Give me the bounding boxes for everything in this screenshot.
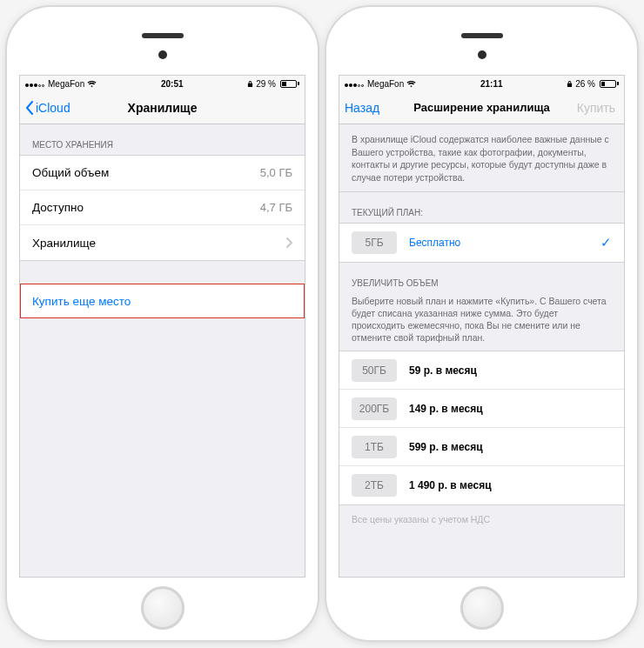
plan-row-200gb[interactable]: 200ГБ 149 р. в месяц (339, 390, 624, 428)
carrier-label: MegaFon (48, 79, 84, 89)
carrier-label: MegaFon (367, 79, 404, 89)
current-plan-group: 5ГБ Бесплатно ✓ (339, 223, 624, 263)
upgrade-plans-group: 50ГБ 59 р. в месяц 200ГБ 149 р. в месяц … (339, 351, 624, 505)
back-label: Назад (345, 101, 379, 115)
back-label: iCloud (36, 101, 70, 115)
plan-price: 149 р. в месяц (409, 403, 483, 415)
current-plan-row[interactable]: 5ГБ Бесплатно ✓ (339, 224, 624, 262)
back-button[interactable]: iCloud (25, 91, 70, 124)
plan-size: 50ГБ (352, 359, 397, 382)
storage-description: В хранилище iCloud содержатся наиболее в… (339, 124, 624, 192)
plan-row-50gb[interactable]: 50ГБ 59 р. в месяц (339, 351, 624, 390)
phone-left: MegaFon 20:51 29 % iCloud Хранилище МЕСТ… (7, 7, 318, 640)
status-bar: MegaFon 21:11 26 % (339, 76, 624, 91)
home-button[interactable] (141, 586, 184, 630)
plan-size: 2ТБ (352, 474, 397, 497)
total-storage-label: Общий объем (32, 166, 109, 179)
available-storage-value: 4,7 ГБ (260, 201, 292, 214)
plan-size: 200ГБ (352, 397, 397, 420)
speaker (142, 33, 184, 38)
signal-dots-icon (25, 79, 45, 89)
checkmark-icon: ✓ (600, 235, 612, 251)
buy-more-link: Купить еще место (32, 295, 131, 308)
battery-icon (598, 80, 619, 88)
upgrade-subtext: Выберите новый план и нажмите «Купить». … (339, 290, 624, 351)
battery-percent: 26 % (575, 79, 595, 89)
total-storage-value: 5,0 ГБ (260, 166, 292, 179)
storage-section-header: МЕСТО ХРАНЕНИЯ (20, 124, 305, 155)
screen-upgrade: MegaFon 21:11 26 % Назад Расширение хран… (339, 75, 625, 578)
buy-label: Купить (577, 101, 615, 115)
current-plan-header: ТЕКУЩИЙ ПЛАН: (339, 192, 624, 223)
lock-icon (567, 80, 573, 88)
screen-storage: MegaFon 20:51 29 % iCloud Хранилище МЕСТ… (19, 75, 305, 578)
nav-bar: Назад Расширение хранилища Купить (339, 91, 624, 124)
available-storage-label: Доступно (32, 201, 84, 214)
camera (158, 50, 167, 59)
nav-title: Расширение хранилища (413, 101, 550, 114)
camera (478, 50, 486, 59)
current-plan-price: Бесплатно (409, 237, 460, 249)
plan-row-1tb[interactable]: 1ТБ 599 р. в месяц (339, 428, 624, 466)
wifi-icon (87, 80, 97, 88)
storage-group: Общий объем 5,0 ГБ Доступно 4,7 ГБ Храни… (20, 155, 305, 261)
wifi-icon (406, 80, 416, 88)
manage-storage-label: Хранилище (32, 237, 96, 250)
nav-bar: iCloud Хранилище (20, 91, 305, 124)
clock-label: 20:51 (161, 79, 184, 89)
manage-storage-row[interactable]: Хранилище (20, 225, 305, 260)
chevron-left-icon (25, 101, 34, 115)
upgrade-header: УВЕЛИЧИТЬ ОБЪЕМ (339, 263, 624, 290)
content-area: МЕСТО ХРАНЕНИЯ Общий объем 5,0 ГБ Доступ… (20, 124, 305, 577)
available-storage-row: Доступно 4,7 ГБ (20, 190, 305, 225)
signal-dots-icon (345, 79, 365, 89)
pricing-footer-note: Все цены указаны с учетом НДС (339, 505, 624, 533)
chevron-right-icon (285, 237, 292, 248)
plan-size: 1ТБ (352, 436, 397, 458)
battery-percent: 29 % (256, 79, 276, 89)
clock-label: 21:11 (480, 79, 503, 89)
lock-icon (247, 80, 253, 88)
buy-more-storage-row[interactable]: Купить еще место (20, 284, 305, 318)
home-button[interactable] (460, 586, 504, 630)
nav-title: Хранилище (128, 101, 198, 115)
phone-right: MegaFon 21:11 26 % Назад Расширение хран… (326, 7, 637, 640)
plan-price: 59 р. в месяц (409, 364, 477, 377)
speaker (461, 33, 503, 38)
buy-button[interactable]: Купить (577, 91, 615, 124)
plan-row-2tb[interactable]: 2ТБ 1 490 р. в месяц (339, 466, 624, 504)
plan-price: 599 р. в месяц (409, 441, 483, 453)
total-storage-row: Общий объем 5,0 ГБ (20, 156, 305, 190)
status-bar: MegaFon 20:51 29 % (20, 76, 305, 91)
content-area: В хранилище iCloud содержатся наиболее в… (339, 124, 624, 577)
current-plan-size: 5ГБ (352, 231, 397, 254)
battery-icon (278, 80, 299, 88)
plan-price: 1 490 р. в месяц (409, 479, 492, 491)
back-button[interactable]: Назад (345, 91, 379, 124)
